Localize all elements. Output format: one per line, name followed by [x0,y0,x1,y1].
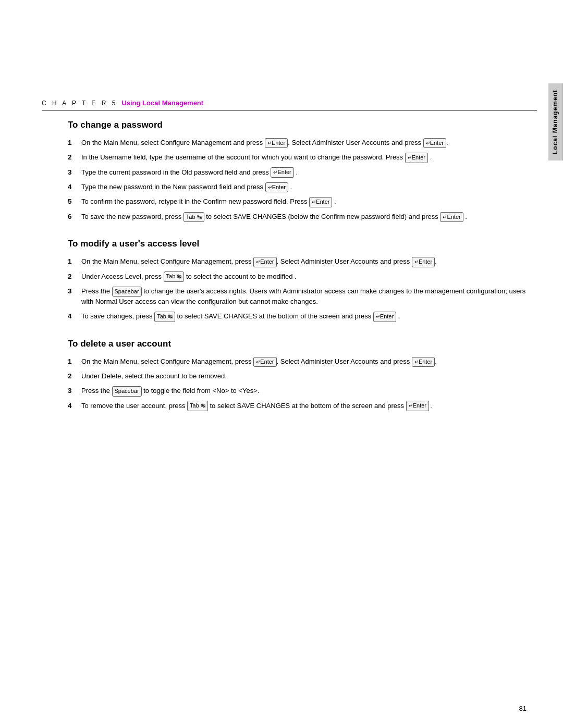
step-text: To confirm the password, retype it in th… [81,196,527,207]
list-item: 2 Under Access Level, press Tab ↹ to sel… [68,272,527,282]
section-heading-delete-account: To delete a user account [68,339,527,349]
tab-key: Tab ↹ [183,212,204,223]
step-text: To save changes, press Tab ↹ to select S… [81,311,527,322]
content-area: To change a password 1 On the Main Menu,… [68,120,527,697]
list-item: 4 Type the new password in the New passw… [68,182,527,192]
step-number: 3 [68,167,76,178]
step-number: 4 [68,311,76,322]
steps-change-password: 1 On the Main Menu, select Configure Man… [68,138,527,222]
spacebar-key: Spacebar [112,287,142,297]
step-number: 2 [68,371,76,381]
list-item: 5 To confirm the password, retype it in … [68,196,527,207]
page-container: Local Management C H A P T E R 5 Using L… [0,0,563,728]
step-text: Type the current password in the Old pas… [81,167,527,178]
list-item: 1 On the Main Menu, select Configure Man… [68,356,527,367]
tab-key: Tab ↹ [187,401,208,411]
step-number: 1 [68,138,76,148]
step-text: On the Main Menu, select Configure Manag… [81,356,527,367]
step-number: 2 [68,152,76,163]
enter-key: ↵Enter [412,357,435,367]
step-text: Under Access Level, press Tab ↹ to selec… [81,272,527,282]
step-number: 6 [68,212,76,222]
enter-key: ↵Enter [271,167,293,178]
step-text: Press the Spacebar to toggle the field f… [81,386,527,396]
step-text: To save the new password, press Tab ↹ to… [81,212,527,222]
chapter-label: C H A P T E R 5 [42,100,117,107]
step-text: Press the Spacebar to change the user's … [81,286,527,307]
list-item: 3 Press the Spacebar to toggle the field… [68,386,527,396]
side-tab: Local Management [548,83,563,161]
section-modify-access: To modify a user's access level 1 On the… [68,239,527,322]
enter-key: ↵Enter [406,401,429,411]
step-text: On the Main Menu, select Configure Manag… [81,138,527,148]
enter-key: ↵Enter [440,212,463,223]
step-number: 5 [68,196,76,207]
tab-key: Tab ↹ [154,312,175,322]
step-text: Under Delete, select the account to be r… [81,371,527,381]
list-item: 3 Type the current password in the Old p… [68,167,527,178]
section-heading-modify-access: To modify a user's access level [68,239,527,249]
tab-key: Tab ↹ [164,272,185,282]
step-text: To remove the user account, press Tab ↹ … [81,401,527,411]
enter-key: ↵Enter [373,312,396,322]
page-number: 81 [519,705,527,712]
step-number: 1 [68,256,76,267]
step-number: 4 [68,182,76,192]
chapter-title: Using Local Management [121,99,203,107]
enter-key: ↵Enter [423,138,446,149]
steps-modify-access: 1 On the Main Menu, select Configure Man… [68,256,527,322]
step-number: 2 [68,272,76,282]
enter-key: ↵Enter [253,257,276,267]
list-item: 1 On the Main Menu, select Configure Man… [68,138,527,148]
list-item: 2 In the Username field, type the userna… [68,152,527,163]
step-number: 3 [68,386,76,396]
side-tab-label: Local Management [552,90,559,154]
enter-key: ↵Enter [265,182,288,193]
enter-key: ↵Enter [309,197,332,207]
list-item: 4 To remove the user account, press Tab … [68,401,527,411]
section-heading-change-password: To change a password [68,120,527,130]
step-text: In the Username field, type the username… [81,152,527,163]
section-change-password: To change a password 1 On the Main Menu,… [68,120,527,222]
section-delete-account: To delete a user account 1 On the Main M… [68,339,527,411]
step-number: 3 [68,286,76,307]
list-item: 2 Under Delete, select the account to be… [68,371,527,381]
enter-key: ↵Enter [405,153,428,163]
step-text: Type the new password in the New passwor… [81,182,527,192]
chapter-header: C H A P T E R 5 Using Local Management [42,99,537,110]
enter-key: ↵Enter [412,257,435,267]
step-number: 1 [68,356,76,367]
spacebar-key: Spacebar [112,386,142,397]
enter-key: ↵Enter [265,138,288,149]
steps-delete-account: 1 On the Main Menu, select Configure Man… [68,356,527,411]
list-item: 3 Press the Spacebar to change the user'… [68,286,527,307]
step-text: On the Main Menu, select Configure Manag… [81,256,527,267]
list-item: 4 To save changes, press Tab ↹ to select… [68,311,527,322]
list-item: 6 To save the new password, press Tab ↹ … [68,212,527,222]
step-number: 4 [68,401,76,411]
enter-key: ↵Enter [253,357,276,367]
list-item: 1 On the Main Menu, select Configure Man… [68,256,527,267]
